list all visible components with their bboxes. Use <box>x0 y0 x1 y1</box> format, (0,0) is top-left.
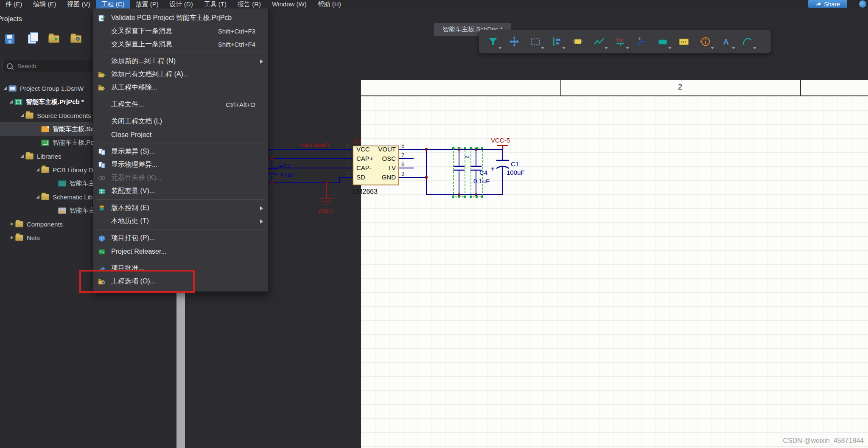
tree-item-label: Components <box>27 221 63 228</box>
documents-icon <box>28 34 36 44</box>
expander-open-icon[interactable] <box>34 195 41 199</box>
filter-icon <box>487 36 498 47</box>
empty-icon <box>97 27 107 36</box>
corner-app-icon[interactable] <box>859 0 866 8</box>
menu-separator <box>97 53 265 53</box>
arc-icon <box>742 36 753 47</box>
empty-icon <box>97 118 107 126</box>
schematic-sheet[interactable]: 2 3 <box>361 79 868 448</box>
place-designator-button[interactable]: D1 <box>674 33 694 50</box>
menu-item-validate-project[interactable]: Validate PCB Project 智能车主板.PrjPcb <box>93 11 268 25</box>
expander-open-icon[interactable] <box>8 100 14 104</box>
folder-icon <box>15 235 23 241</box>
expander-open-icon[interactable] <box>34 168 41 171</box>
menu-item-close-project[interactable]: Close Project <box>93 128 268 141</box>
menu-item-version-control[interactable]: 版本控制 (E) <box>93 202 268 215</box>
place-bus-button[interactable] <box>632 33 651 50</box>
share-button[interactable]: Share <box>808 0 847 8</box>
menu-view[interactable]: 视图 (V) <box>62 0 95 8</box>
menu-item-label: Validate PCB Project 智能车主板.PrjPcb <box>111 14 232 22</box>
select-area-tool-button[interactable] <box>526 33 545 50</box>
caret-down-icon <box>541 47 544 49</box>
pcb-doc-icon <box>41 140 49 146</box>
menu-item-project-releaser[interactable]: Project Releaser... <box>93 245 268 258</box>
menu-project[interactable]: 工程 (C) <box>96 0 130 8</box>
save-all-button[interactable] <box>25 32 39 46</box>
menu-item-show-physical-differences[interactable]: 显示物理差异... <box>93 158 268 171</box>
component-links-icon <box>97 174 107 182</box>
sheet-grid <box>361 96 868 448</box>
menu-help[interactable]: 帮助 (H) <box>312 0 347 8</box>
place-text-button[interactable]: A <box>717 33 736 50</box>
tree-item-label: Source Documents <box>37 112 91 119</box>
watermark: CSDN @weixin_45871844 <box>783 437 864 445</box>
no-erc-button[interactable] <box>695 33 715 50</box>
folder-icon <box>15 221 23 227</box>
move-icon <box>509 36 520 47</box>
menu-file[interactable]: 件 (E) <box>0 0 28 8</box>
menu-reports[interactable]: 报告 (R) <box>232 0 266 8</box>
menu-item-assembly-variants[interactable]: 装配变量 (V)... <box>93 185 268 198</box>
folder-icon <box>25 153 34 160</box>
menu-separator <box>97 230 265 230</box>
submenu-arrow-icon <box>260 219 263 224</box>
expander-closed-icon[interactable] <box>8 236 15 239</box>
menu-item-label: Project Releaser... <box>111 248 167 255</box>
version-control-icon <box>97 204 107 213</box>
project-dropdown-menu: Validate PCB Project 智能车主板.PrjPcb 交叉探查下一… <box>93 8 269 292</box>
search-icon <box>7 63 13 69</box>
empty-icon <box>97 57 107 66</box>
menu-tools[interactable]: 工具 (T) <box>199 0 232 8</box>
align-tool-button[interactable] <box>547 33 566 50</box>
place-power-port-button[interactable]: Vcc <box>610 33 630 50</box>
variants-icon <box>97 187 107 196</box>
menu-item-add-existing[interactable]: 添加已有文档到工程 (A)... <box>93 68 268 81</box>
caret-down-icon <box>605 47 608 49</box>
expander-closed-icon[interactable] <box>8 222 15 226</box>
band-tick <box>560 80 561 95</box>
menu-place[interactable]: 放置 (P) <box>130 0 164 8</box>
place-wire-button[interactable] <box>589 33 609 50</box>
menu-item-cross-probe-next[interactable]: 交叉探查下一条消息 Shift+Ctrl+F3 <box>93 25 268 38</box>
menu-item-component-links[interactable]: 元器件关联 (K)... <box>93 171 268 185</box>
submenu-arrow-icon <box>260 59 263 64</box>
search-box[interactable] <box>3 60 103 72</box>
menu-shortcut: Ctrl+Alt+O <box>226 101 255 108</box>
folder-icon <box>41 167 49 173</box>
schematic-toolbar: Vcc D1 A <box>479 30 771 53</box>
menu-item-add-new-to-project[interactable]: 添加新的...到工程 (N) <box>93 55 268 68</box>
share-arrow-icon <box>815 1 821 7</box>
expander-open-icon[interactable] <box>19 114 25 117</box>
menu-item-label: 装配变量 (V)... <box>111 187 155 196</box>
project-settings-button[interactable] <box>69 32 83 46</box>
place-arc-button[interactable] <box>738 33 757 50</box>
menu-window[interactable]: Window (W) <box>266 0 312 8</box>
menu-design[interactable]: 设计 (D) <box>164 0 199 8</box>
menu-item-close-project-documents[interactable]: 关闭工程文档 (L) <box>93 115 268 128</box>
menu-item-remove-from-project[interactable]: 从工程中移除... <box>93 81 268 94</box>
filter-tool-button[interactable] <box>483 33 503 50</box>
menu-item-local-history[interactable]: 本地历史 (T) <box>93 215 268 228</box>
wire-icon <box>594 36 605 47</box>
menu-edit[interactable]: 编辑 (E) <box>28 0 62 8</box>
project-icon <box>14 99 22 105</box>
place-net-label-button[interactable] <box>653 33 672 50</box>
releaser-icon <box>97 247 107 256</box>
move-tool-button[interactable] <box>504 33 524 50</box>
menu-item-project-packager[interactable]: 项目打包 (P)... <box>93 232 268 245</box>
search-input[interactable] <box>17 62 86 70</box>
band-tick <box>800 80 801 95</box>
sheet-column-band: 2 3 <box>361 79 868 96</box>
save-button[interactable] <box>3 32 17 46</box>
tree-item-label: Nets <box>27 234 40 241</box>
place-part-button[interactable] <box>568 33 588 50</box>
menu-item-cross-probe-prev[interactable]: 交叉探查上一条消息 Shift+Ctrl+F4 <box>93 38 268 51</box>
menu-shortcut: Shift+Ctrl+F4 <box>218 41 255 48</box>
open-project-button[interactable] <box>47 32 61 46</box>
menu-item-show-differences[interactable]: 显示差异 (S)... <box>93 145 268 158</box>
menu-item-project-file[interactable]: 工程文件... Ctrl+Alt+O <box>93 98 268 111</box>
menu-item-label: 从工程中移除... <box>111 83 157 92</box>
selection-rect-icon <box>530 36 541 47</box>
expander-open-icon[interactable] <box>19 154 25 158</box>
expander-open-icon[interactable] <box>2 87 8 90</box>
